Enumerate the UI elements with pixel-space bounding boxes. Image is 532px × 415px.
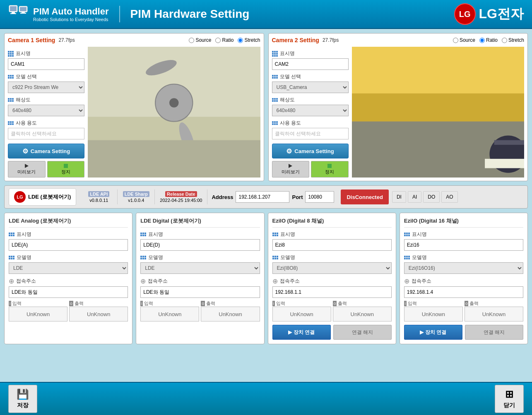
lde-analog-panel: LDE Analog (로봇제어기) 표시명 모델명 LDE ⊕ 접속주소	[4, 213, 132, 344]
lde-do-tab[interactable]: DO	[423, 191, 440, 203]
lde-analog-address-input[interactable]	[9, 286, 128, 298]
ezio16-model-label: 모델명	[404, 254, 523, 261]
lde-ai-tab[interactable]: AI	[408, 191, 421, 203]
camera2-stop-button[interactable]: 정지	[311, 161, 349, 178]
lde-release-block: Release Date 2022-04-25 19:45:00	[155, 190, 207, 204]
camera1-display-name-input[interactable]	[8, 58, 84, 70]
play-icon-e8: ▶	[288, 329, 292, 335]
ezio16-display-input[interactable]	[404, 239, 523, 251]
lde-di-tab[interactable]: DI	[392, 191, 406, 203]
ezio8-panel: EzilO (Digital 8 채널) 표시명 모델명 Ezi(I8O8) ⊕…	[268, 213, 396, 344]
ezio8-display-label: 표시명	[272, 231, 392, 238]
lde-digital-model-select[interactable]: LDE	[140, 262, 260, 274]
lde-logo-circle: LG	[14, 191, 26, 203]
camera2-header: Camera 2 Setting 27.7fps Source Ratio St…	[272, 37, 525, 43]
stop-icon	[64, 164, 68, 168]
lde-release-date: 2022-04-25 19:45:00	[160, 198, 202, 203]
ezio16-model-select[interactable]: Ezi(I16O16)	[404, 262, 523, 274]
lde-digital-input-section: i 입력 UnKnown	[140, 300, 199, 321]
lde-api-version: v0.8.0.11	[89, 198, 108, 203]
resolution-icon	[8, 98, 14, 102]
camera2-usage-label: 사용 용도	[272, 120, 349, 127]
camera2-stretch-input[interactable]	[502, 38, 507, 43]
lde-analog-display-input[interactable]	[9, 239, 128, 251]
camera2-preview-button[interactable]: 미리보기	[272, 161, 310, 178]
camera2-controls: 표시명 모델 선택 USB_Camera	[272, 47, 349, 178]
lde-digital-output-label: o 출력	[201, 300, 260, 307]
lde-api-label: LDE API	[88, 191, 109, 197]
camera1-preview	[88, 47, 260, 178]
camera2-preview	[352, 47, 525, 178]
camera1-ratio-radio[interactable]: Ratio	[215, 37, 234, 43]
output-icon-d1: o	[201, 301, 205, 306]
lde-analog-title: LDE Analog (로봇제어기)	[9, 217, 128, 228]
camera2-source-radio[interactable]: Source	[453, 37, 475, 43]
ezio16-address-input[interactable]	[404, 286, 523, 298]
camera2-display-name-input[interactable]	[272, 58, 349, 70]
lde-address-input[interactable]	[236, 191, 289, 203]
input-icon-d1: i	[140, 301, 143, 306]
lde-digital-panel: LDE Digital (로봇제어기) 표시명 모델명 LDE ⊕ 접속주소	[136, 213, 264, 344]
camera1-resolution-select[interactable]: 640x480	[8, 105, 84, 116]
camera1-title: Camera 1 Setting	[8, 37, 55, 43]
camera2-title: Camera 2 Setting	[272, 37, 319, 43]
connection-icon-d1: ⊕	[140, 277, 146, 285]
camera2-source-input[interactable]	[453, 38, 458, 43]
ezio8-display-input[interactable]	[272, 239, 392, 251]
gear-icon2: ⚙	[286, 147, 292, 155]
output-icon-a1: o	[69, 301, 73, 306]
camera2-setting-button[interactable]: ⚙ Camera Setting	[272, 144, 349, 158]
camera1-ratio-input[interactable]	[215, 38, 221, 43]
lde-digital-input-label: i 입력	[140, 300, 199, 307]
ezio8-btn-row: ▶ 장치 연결 연결 해지	[272, 325, 392, 340]
connection-icon-e16: ⊕	[404, 277, 409, 285]
camera1-usage-placeholder[interactable]: 클릭하여 선택하세요	[8, 128, 84, 139]
lg-circle-icon: LG	[454, 3, 476, 25]
svg-rect-17	[352, 94, 525, 122]
ezio16-disconnect-button[interactable]: 연결 해지	[465, 325, 523, 340]
camera1-setting-button[interactable]: ⚙ Camera Setting	[8, 144, 84, 158]
camera1-usage-label: 사용 용도	[8, 120, 84, 127]
lde-analog-io-labels: i 입력 UnKnown o 출력 UnKnown	[9, 300, 128, 321]
ezio8-input-section: i 입력 UnKnown	[272, 300, 331, 321]
stop-icon2	[327, 164, 332, 168]
lde-ao-tab[interactable]: AO	[441, 191, 457, 203]
ezio8-disconnect-button[interactable]: 연결 해지	[333, 325, 392, 340]
save-button[interactable]: 💾 저장	[8, 385, 37, 413]
camera2-ratio-input[interactable]	[479, 38, 485, 43]
save-icon: 💾	[17, 389, 29, 400]
app-subtitle: Robotic Solutions to Everyday Needs	[33, 17, 109, 22]
ezio16-input-value: UnKnown	[404, 307, 463, 321]
camera1-stop-button[interactable]: 정지	[47, 161, 85, 178]
ezio8-model-select[interactable]: Ezi(I8O8)	[272, 262, 392, 274]
lde-sharp-label: LDE Sharp	[123, 191, 149, 197]
main-content: Camera 1 Setting 27.7fps Source Ratio St…	[0, 29, 532, 382]
gear-icon: ⚙	[22, 147, 28, 155]
camera2-ratio-radio[interactable]: Ratio	[479, 37, 498, 43]
lde-analog-display-label: 표시명	[9, 231, 128, 238]
lde-port-input[interactable]	[305, 191, 334, 203]
camera2-resolution-select[interactable]: 640x480	[272, 105, 349, 116]
camera2-usage-placeholder[interactable]: 클릭하여 선택하세요	[272, 128, 349, 139]
ezio8-model-label: 모델명	[272, 254, 392, 261]
camera2-preview-controls: 미리보기 정지	[272, 161, 349, 178]
camera1-source-radio[interactable]: Source	[189, 37, 211, 43]
camera2-model-label: 모델 선택	[272, 73, 349, 80]
lde-analog-model-select[interactable]: LDE	[9, 262, 128, 274]
camera1-stretch-input[interactable]	[238, 38, 243, 43]
lde-digital-address-input[interactable]	[140, 286, 260, 298]
close-button[interactable]: ⊞ 닫기	[495, 385, 524, 413]
disconnected-button[interactable]: DisConnected	[341, 190, 388, 204]
camera1-preview-button[interactable]: 미리보기	[8, 161, 46, 178]
lde-digital-display-input[interactable]	[140, 239, 260, 251]
camera1-stretch-radio[interactable]: Stretch	[238, 37, 260, 43]
camera2-model-select[interactable]: USB_Camera	[272, 82, 349, 93]
ezio16-connect-button[interactable]: ▶ 장치 연결	[404, 325, 462, 340]
svg-rect-20	[494, 140, 524, 145]
ezio16-input-section: i 입력 UnKnown	[404, 300, 463, 321]
camera2-stretch-radio[interactable]: Stretch	[502, 37, 524, 43]
ezio8-address-input[interactable]	[272, 286, 392, 298]
ezio8-connect-button[interactable]: ▶ 장치 연결	[272, 325, 331, 340]
camera1-source-input[interactable]	[189, 38, 194, 43]
camera1-model-select[interactable]: c922 Pro Stream We	[8, 82, 84, 93]
